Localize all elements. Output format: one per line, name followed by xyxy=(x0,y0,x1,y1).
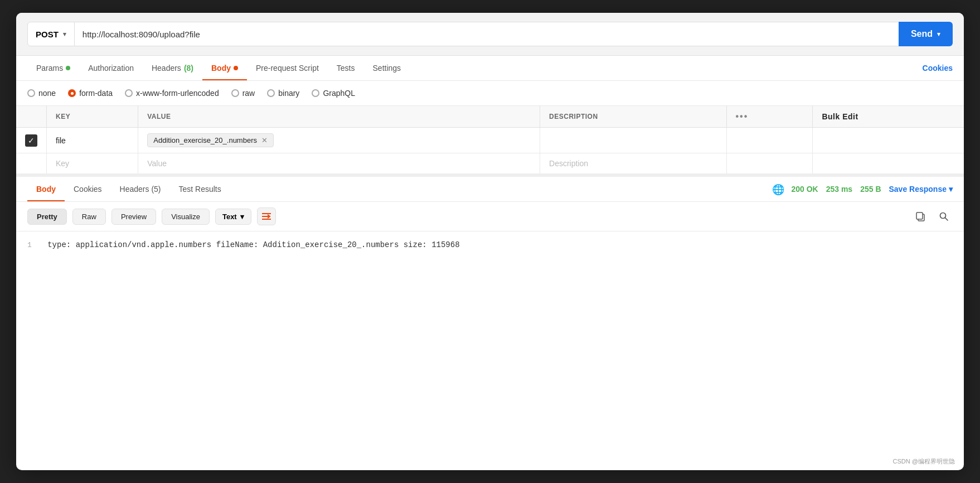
empty-value[interactable]: Value xyxy=(138,153,540,174)
radio-form-data[interactable]: form-data xyxy=(68,89,113,98)
tab-pre-request[interactable]: Pre-request Script xyxy=(247,56,328,80)
tab-tests-label: Tests xyxy=(337,64,355,73)
empty-description[interactable]: Description xyxy=(540,153,726,174)
method-chevron-icon: ▾ xyxy=(63,31,66,38)
row1-value-cell[interactable]: Addition_exercise_20_.numbers ✕ xyxy=(138,128,540,153)
fmt-pretty-button[interactable]: Pretty xyxy=(27,209,67,225)
tab-pre-request-label: Pre-request Script xyxy=(256,64,319,73)
status-bar: 🌐 200 OK 253 ms 255 B Save Response ▾ xyxy=(772,183,953,195)
radio-urlencoded[interactable]: x-www-form-urlencoded xyxy=(125,89,219,98)
radio-binary-circle xyxy=(267,89,275,97)
row1-remove-icon[interactable]: ✕ xyxy=(261,136,268,144)
radio-none-circle xyxy=(27,89,35,97)
resp-tab-test-results[interactable]: Test Results xyxy=(170,177,230,201)
fmt-preview-button[interactable]: Preview xyxy=(111,209,156,225)
th-bulk-edit[interactable]: Bulk Edit xyxy=(813,106,964,128)
send-button[interactable]: Send ▾ xyxy=(899,22,953,46)
empty-extra xyxy=(726,153,813,174)
params-dot xyxy=(66,66,70,70)
radio-raw[interactable]: raw xyxy=(231,89,255,98)
method-select[interactable]: POST ▾ xyxy=(27,22,75,46)
radio-form-data-circle xyxy=(68,89,76,97)
globe-icon: 🌐 xyxy=(772,183,783,195)
tab-authorization-label: Authorization xyxy=(88,64,134,73)
radio-graphql[interactable]: GraphQL xyxy=(312,89,355,98)
table-row-empty: Key Value Description xyxy=(16,153,964,174)
tab-body-label: Body xyxy=(211,64,231,73)
radio-binary[interactable]: binary xyxy=(267,89,299,98)
table-row: ✓ file Addition_exercise_20_.numbers ✕ xyxy=(16,128,964,153)
radio-graphql-circle xyxy=(312,89,319,97)
status-code: 200 OK xyxy=(791,185,818,194)
radio-raw-circle xyxy=(231,89,239,97)
tab-tests[interactable]: Tests xyxy=(328,56,364,80)
row1-key[interactable]: file xyxy=(47,128,138,153)
empty-bulk xyxy=(813,153,964,174)
radio-urlencoded-circle xyxy=(125,89,133,97)
text-select-label: Text xyxy=(222,212,237,221)
fmt-raw-button[interactable]: Raw xyxy=(72,209,106,225)
tab-params-label: Params xyxy=(36,64,63,73)
url-bar: POST ▾ Send ▾ xyxy=(16,13,964,56)
row1-bulk xyxy=(813,128,964,153)
resp-test-results-label: Test Results xyxy=(179,185,221,194)
empty-key[interactable]: Key xyxy=(47,153,138,174)
search-icon[interactable] xyxy=(935,207,953,225)
radio-none[interactable]: none xyxy=(27,89,56,98)
format-bar: Pretty Raw Preview Visualize Text ▾ xyxy=(16,202,964,231)
kv-table: KEY VALUE DESCRIPTION ••• Bulk Edit ✓ fi… xyxy=(16,106,964,173)
response-size: 255 B xyxy=(860,185,881,194)
row1-value-tag: Addition_exercise_20_.numbers ✕ xyxy=(147,133,274,147)
tab-headers-label: Headers xyxy=(152,64,181,73)
tab-params[interactable]: Params xyxy=(27,56,79,80)
row1-checkmark: ✓ xyxy=(25,134,37,147)
send-label: Send xyxy=(911,29,933,39)
response-text: type: application/vnd.apple.numbers file… xyxy=(47,240,459,249)
resp-body-label: Body xyxy=(36,185,56,194)
cookies-link[interactable]: Cookies xyxy=(923,64,953,73)
row1-checkbox-cell[interactable]: ✓ xyxy=(16,128,47,153)
response-time: 253 ms xyxy=(826,185,852,194)
th-checkbox xyxy=(16,106,47,128)
fmt-visualize-button[interactable]: Visualize xyxy=(162,209,210,225)
empty-checkbox xyxy=(16,153,47,174)
save-response-button[interactable]: Save Response ▾ xyxy=(889,185,953,194)
th-dots: ••• xyxy=(726,106,813,128)
row1-filename: Addition_exercise_20_.numbers xyxy=(153,136,257,144)
body-dot xyxy=(234,66,238,70)
headers-badge: (8) xyxy=(184,64,193,73)
line-number: 1 xyxy=(27,241,32,249)
tab-headers[interactable]: Headers (8) xyxy=(143,56,202,80)
row1-extra xyxy=(726,128,813,153)
postman-window: POST ▾ Send ▾ Params Authorization Heade… xyxy=(16,13,964,470)
response-body: 1 type: application/vnd.apple.numbers fi… xyxy=(16,231,964,455)
response-tabs-row: Body Cookies Headers (5) Test Results 🌐 … xyxy=(16,177,964,202)
resp-tab-cookies[interactable]: Cookies xyxy=(65,177,111,201)
svg-line-6 xyxy=(945,218,948,221)
response-section: Body Cookies Headers (5) Test Results 🌐 … xyxy=(16,173,964,470)
body-type-row: none form-data x-www-form-urlencoded raw… xyxy=(16,81,964,106)
method-label: POST xyxy=(36,30,59,39)
tab-body[interactable]: Body xyxy=(202,56,247,80)
save-response-chevron-icon: ▾ xyxy=(949,185,953,194)
copy-icon[interactable] xyxy=(911,207,929,225)
th-description: DESCRIPTION xyxy=(540,106,726,128)
url-input[interactable] xyxy=(75,22,899,46)
row1-description[interactable] xyxy=(540,128,726,153)
wrap-icon[interactable] xyxy=(257,207,276,225)
svg-rect-4 xyxy=(916,212,923,219)
th-key: KEY xyxy=(47,106,138,128)
resp-cookies-label: Cookies xyxy=(74,185,102,194)
request-tabs-row: Params Authorization Headers (8) Body Pr… xyxy=(16,56,964,81)
text-select[interactable]: Text ▾ xyxy=(215,209,251,225)
text-select-chevron-icon: ▾ xyxy=(240,212,244,221)
send-chevron-icon: ▾ xyxy=(937,31,940,38)
resp-headers-label: Headers (5) xyxy=(120,185,161,194)
watermark: CSDN @编程界明世隐 xyxy=(16,455,964,470)
resp-tab-body[interactable]: Body xyxy=(27,177,65,201)
th-value: VALUE xyxy=(138,106,540,128)
tab-settings[interactable]: Settings xyxy=(364,56,410,80)
tab-settings-label: Settings xyxy=(373,64,401,73)
tab-authorization[interactable]: Authorization xyxy=(79,56,143,80)
resp-tab-headers[interactable]: Headers (5) xyxy=(111,177,170,201)
